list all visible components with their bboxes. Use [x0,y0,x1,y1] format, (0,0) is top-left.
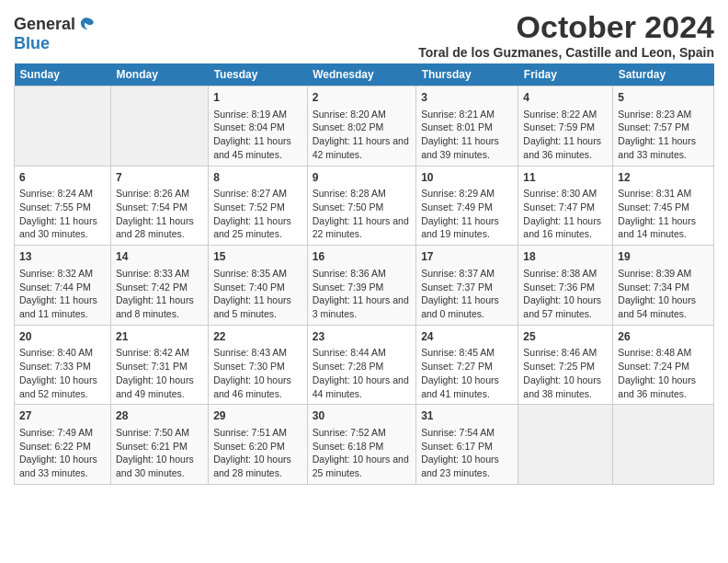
day-number: 11 [523,170,608,186]
cell-content: Sunrise: 8:43 AMSunset: 7:30 PMDaylight:… [213,346,302,400]
calendar-body: 1Sunrise: 8:19 AMSunset: 8:04 PMDaylight… [15,86,714,485]
calendar-cell: 3Sunrise: 8:21 AMSunset: 8:01 PMDaylight… [416,86,518,167]
header-day-sunday: Sunday [15,63,111,86]
calendar-cell: 12Sunrise: 8:31 AMSunset: 7:45 PMDayligh… [613,166,714,246]
day-number: 18 [523,249,608,265]
week-row-3: 13Sunrise: 8:32 AMSunset: 7:44 PMDayligh… [15,246,714,326]
cell-content: Sunrise: 8:21 AMSunset: 8:01 PMDaylight:… [421,108,513,162]
calendar-cell: 28Sunrise: 7:50 AMSunset: 6:21 PMDayligh… [111,405,209,485]
calendar-cell: 2Sunrise: 8:20 AMSunset: 8:02 PMDaylight… [307,86,415,167]
calendar-cell: 13Sunrise: 8:32 AMSunset: 7:44 PMDayligh… [15,246,111,326]
calendar-cell: 17Sunrise: 8:37 AMSunset: 7:37 PMDayligh… [416,246,518,326]
cell-content: Sunrise: 8:23 AMSunset: 7:57 PMDaylight:… [618,108,709,162]
day-number: 28 [116,408,203,424]
cell-content: Sunrise: 8:38 AMSunset: 7:36 PMDaylight:… [523,267,608,321]
cell-content: Sunrise: 8:45 AMSunset: 7:27 PMDaylight:… [421,346,513,400]
header-day-saturday: Saturday [613,63,714,86]
day-number: 5 [618,90,709,106]
calendar-cell [613,405,714,485]
day-number: 21 [116,329,203,345]
cell-content: Sunrise: 8:46 AMSunset: 7:25 PMDaylight:… [523,346,608,400]
day-number: 2 [313,90,411,106]
calendar-cell: 11Sunrise: 8:30 AMSunset: 7:47 PMDayligh… [518,166,613,246]
cell-content: Sunrise: 8:28 AMSunset: 7:50 PMDaylight:… [313,187,411,241]
week-row-1: 1Sunrise: 8:19 AMSunset: 8:04 PMDaylight… [15,86,714,167]
cell-content: Sunrise: 8:40 AMSunset: 7:33 PMDaylight:… [19,346,106,400]
day-number: 26 [618,329,709,345]
cell-content: Sunrise: 8:19 AMSunset: 8:04 PMDaylight:… [213,108,302,162]
logo-blue-text: Blue [14,34,50,53]
calendar-cell: 27Sunrise: 7:49 AMSunset: 6:22 PMDayligh… [15,405,111,485]
calendar-cell: 9Sunrise: 8:28 AMSunset: 7:50 PMDaylight… [307,166,415,246]
calendar-cell: 31Sunrise: 7:54 AMSunset: 6:17 PMDayligh… [416,405,518,485]
cell-content: Sunrise: 8:26 AMSunset: 7:54 PMDaylight:… [116,187,203,241]
logo: General Blue [14,15,96,53]
day-number: 13 [19,249,106,265]
day-number: 9 [313,170,411,186]
cell-content: Sunrise: 7:51 AMSunset: 6:20 PMDaylight:… [213,426,302,480]
day-number: 17 [421,249,513,265]
cell-content: Sunrise: 8:36 AMSunset: 7:39 PMDaylight:… [313,267,411,321]
header-day-friday: Friday [518,63,613,86]
day-number: 6 [19,170,106,186]
day-number: 16 [313,249,411,265]
calendar-cell: 22Sunrise: 8:43 AMSunset: 7:30 PMDayligh… [209,325,308,405]
cell-content: Sunrise: 8:30 AMSunset: 7:47 PMDaylight:… [523,187,608,241]
day-number: 1 [213,90,302,106]
day-number: 31 [421,408,513,424]
calendar-cell: 30Sunrise: 7:52 AMSunset: 6:18 PMDayligh… [307,405,415,485]
calendar-cell: 21Sunrise: 8:42 AMSunset: 7:31 PMDayligh… [111,325,209,405]
calendar-cell: 5Sunrise: 8:23 AMSunset: 7:57 PMDaylight… [613,86,714,167]
logo-general-text: General [14,15,75,34]
title-area: October 2024 Toral de los Guzmanes, Cast… [418,9,714,60]
cell-content: Sunrise: 7:49 AMSunset: 6:22 PMDaylight:… [19,426,106,480]
day-number: 10 [421,170,513,186]
logo-bird-icon [77,17,96,33]
calendar-cell: 15Sunrise: 8:35 AMSunset: 7:40 PMDayligh… [209,246,308,326]
header-day-wednesday: Wednesday [307,63,415,86]
header-row: SundayMondayTuesdayWednesdayThursdayFrid… [15,63,714,86]
calendar-cell: 1Sunrise: 8:19 AMSunset: 8:04 PMDaylight… [209,86,308,167]
calendar-cell: 19Sunrise: 8:39 AMSunset: 7:34 PMDayligh… [613,246,714,326]
calendar-cell: 25Sunrise: 8:46 AMSunset: 7:25 PMDayligh… [518,325,613,405]
calendar-cell: 6Sunrise: 8:24 AMSunset: 7:55 PMDaylight… [15,166,111,246]
header-day-monday: Monday [111,63,209,86]
calendar-cell: 16Sunrise: 8:36 AMSunset: 7:39 PMDayligh… [307,246,415,326]
cell-content: Sunrise: 7:54 AMSunset: 6:17 PMDaylight:… [421,426,513,480]
week-row-4: 20Sunrise: 8:40 AMSunset: 7:33 PMDayligh… [15,325,714,405]
header-day-tuesday: Tuesday [209,63,308,86]
header-day-thursday: Thursday [416,63,518,86]
cell-content: Sunrise: 8:29 AMSunset: 7:49 PMDaylight:… [421,187,513,241]
day-number: 19 [618,249,709,265]
calendar-cell [518,405,613,485]
calendar-cell: 7Sunrise: 8:26 AMSunset: 7:54 PMDaylight… [111,166,209,246]
day-number: 29 [213,408,302,424]
cell-content: Sunrise: 7:52 AMSunset: 6:18 PMDaylight:… [313,426,411,480]
cell-content: Sunrise: 8:33 AMSunset: 7:42 PMDaylight:… [116,267,203,321]
calendar-cell: 8Sunrise: 8:27 AMSunset: 7:52 PMDaylight… [209,166,308,246]
calendar-table: SundayMondayTuesdayWednesdayThursdayFrid… [14,63,714,485]
cell-content: Sunrise: 8:24 AMSunset: 7:55 PMDaylight:… [19,187,106,241]
cell-content: Sunrise: 8:48 AMSunset: 7:24 PMDaylight:… [618,346,709,400]
day-number: 27 [19,408,106,424]
week-row-2: 6Sunrise: 8:24 AMSunset: 7:55 PMDaylight… [15,166,714,246]
cell-content: Sunrise: 8:20 AMSunset: 8:02 PMDaylight:… [313,108,411,162]
calendar-cell: 26Sunrise: 8:48 AMSunset: 7:24 PMDayligh… [613,325,714,405]
page-header: General Blue October 2024 Toral de los G… [14,9,714,60]
day-number: 4 [523,90,608,106]
calendar-cell: 18Sunrise: 8:38 AMSunset: 7:36 PMDayligh… [518,246,613,326]
calendar-header: SundayMondayTuesdayWednesdayThursdayFrid… [15,63,714,86]
cell-content: Sunrise: 8:31 AMSunset: 7:45 PMDaylight:… [618,187,709,241]
calendar-cell: 24Sunrise: 8:45 AMSunset: 7:27 PMDayligh… [416,325,518,405]
day-number: 3 [421,90,513,106]
calendar-cell [15,86,111,167]
cell-content: Sunrise: 8:22 AMSunset: 7:59 PMDaylight:… [523,108,608,162]
calendar-cell: 29Sunrise: 7:51 AMSunset: 6:20 PMDayligh… [209,405,308,485]
calendar-cell [111,86,209,167]
cell-content: Sunrise: 8:27 AMSunset: 7:52 PMDaylight:… [213,187,302,241]
main-title: October 2024 [418,9,714,45]
cell-content: Sunrise: 7:50 AMSunset: 6:21 PMDaylight:… [116,426,203,480]
calendar-cell: 14Sunrise: 8:33 AMSunset: 7:42 PMDayligh… [111,246,209,326]
day-number: 7 [116,170,203,186]
cell-content: Sunrise: 8:39 AMSunset: 7:34 PMDaylight:… [618,267,709,321]
